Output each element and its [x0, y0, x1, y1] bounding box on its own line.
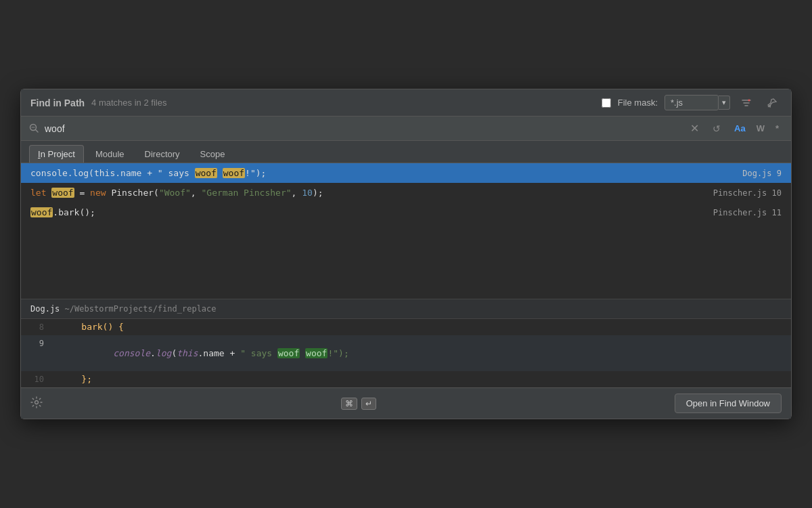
line-number: 8 [25, 320, 52, 335]
whole-word-button[interactable]: W [752, 122, 769, 135]
shortcut-key: ⌘ [341, 398, 357, 410]
shortcut-enter: ↵ [361, 398, 376, 410]
dialog-header: Find in Path 4 matches in 2 files File m… [21, 89, 791, 117]
gear-icon [30, 396, 43, 408]
match-highlight: woof [223, 168, 245, 178]
filter-icon [741, 98, 752, 108]
svg-line-3 [36, 130, 39, 133]
tab-module[interactable]: Module [87, 145, 133, 163]
dialog-footer: ⌘ ↵ Open in Find Window [21, 387, 791, 419]
preview-panel: Dog.js ~/WebstormProjects/find_replace 8… [21, 299, 791, 387]
file-mask-wrap: ▾ [664, 95, 730, 110]
result-row[interactable]: woof.bark(); Pinscher.js 11 [21, 203, 791, 222]
clear-search-button[interactable]: ✕ [686, 121, 703, 136]
match-case-button[interactable]: Aa [730, 122, 750, 135]
preview-match-highlight: woof [305, 348, 328, 358]
code-line: 10 }; [21, 371, 791, 387]
results-list: console.log(this.name + " says woof woof… [21, 163, 791, 299]
preview-code: 8 bark() { 9 console.log(this.name + " s… [21, 319, 791, 387]
svg-point-4 [35, 400, 39, 404]
result-code: console.log(this.name + " says woof woof… [30, 168, 742, 178]
result-filename: Pinscher.js 10 [713, 188, 782, 198]
tab-scope[interactable]: Scope [191, 145, 234, 163]
pin-icon-btn[interactable] [763, 96, 782, 110]
file-mask-checkbox[interactable] [602, 98, 611, 108]
result-filename: Pinscher.js 11 [713, 208, 782, 217]
search-input[interactable] [45, 123, 681, 134]
tab-in-project[interactable]: In Project [29, 145, 84, 163]
scope-tabs: In Project Module Directory Scope [21, 141, 791, 163]
result-row[interactable]: let woof = new Pinscher("Woof", "German … [21, 183, 791, 203]
result-row[interactable]: console.log(this.name + " says woof woof… [21, 163, 791, 183]
line-number: 10 [25, 372, 52, 387]
search-bar: ✕ ↺ Aa W * [21, 117, 791, 141]
line-code: console.log(this.name + " says woof woof… [52, 335, 791, 371]
search-icon-wrap [29, 123, 39, 133]
file-mask-label: File mask: [618, 98, 658, 108]
dialog-title: Find in Path [30, 98, 85, 108]
pin-icon [767, 98, 777, 108]
filter-icon-btn[interactable] [737, 96, 756, 110]
settings-gear-button[interactable] [30, 396, 43, 411]
line-code: bark() { [52, 319, 791, 335]
search-options: Aa W * [730, 122, 783, 135]
code-line: 8 bark() { [21, 319, 791, 335]
match-highlight: woof [195, 168, 217, 178]
file-mask-input[interactable] [664, 95, 719, 110]
match-highlight: woof [51, 188, 74, 198]
shortcut-hint: ⌘ ↵ [341, 398, 376, 410]
matches-count: 4 matches in 2 files [91, 98, 166, 108]
line-number: 9 [25, 336, 52, 351]
preview-path: ~/WebstormProjects/find_replace [60, 304, 216, 314]
match-highlight: woof [30, 207, 53, 217]
open-in-find-window-button[interactable]: Open in Find Window [675, 394, 782, 413]
regex-history-button[interactable]: ↺ [708, 121, 725, 136]
file-mask-dropdown[interactable]: ▾ [719, 96, 730, 110]
svg-point-0 [748, 99, 750, 101]
regex-button[interactable]: * [771, 122, 783, 135]
preview-header: Dog.js ~/WebstormProjects/find_replace [21, 299, 791, 319]
line-code: }; [52, 371, 791, 387]
result-code: let woof = new Pinscher("Woof", "German … [30, 188, 713, 198]
preview-match-highlight: woof [277, 348, 300, 358]
code-line: 9 console.log(this.name + " says woof wo… [21, 335, 791, 371]
result-filename: Dog.js 9 [742, 169, 782, 178]
result-code: woof.bark(); [30, 207, 713, 217]
find-in-path-dialog: Find in Path 4 matches in 2 files File m… [20, 89, 792, 419]
tab-directory[interactable]: Directory [136, 145, 189, 163]
preview-filename: Dog.js [30, 304, 60, 314]
search-icon [29, 123, 39, 133]
